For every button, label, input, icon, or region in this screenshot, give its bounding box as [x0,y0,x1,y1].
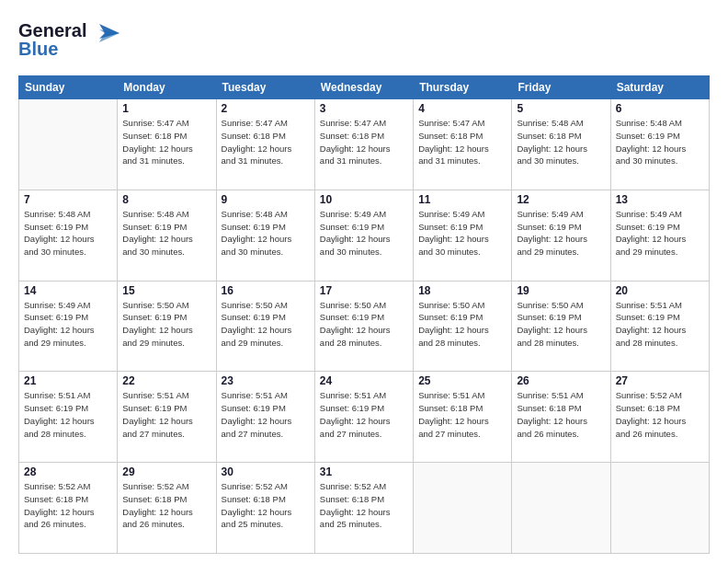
calendar-cell: 23Sunrise: 5:51 AMSunset: 6:19 PMDayligh… [216,372,314,463]
calendar-table: Sunday Monday Tuesday Wednesday Thursday… [18,75,710,554]
calendar-cell: 13Sunrise: 5:49 AMSunset: 6:19 PMDayligh… [610,190,709,281]
calendar-cell: 11Sunrise: 5:49 AMSunset: 6:19 PMDayligh… [414,190,512,281]
day-info: Sunrise: 5:49 AMSunset: 6:19 PMDaylight:… [616,208,704,259]
day-number: 22 [122,374,210,387]
day-info: Sunrise: 5:49 AMSunset: 6:19 PMDaylight:… [320,208,408,259]
day-number: 7 [24,193,112,206]
calendar-cell: 17Sunrise: 5:50 AMSunset: 6:19 PMDayligh… [314,281,413,372]
calendar-cell: 2Sunrise: 5:47 AMSunset: 6:18 PMDaylight… [216,99,314,190]
day-number: 31 [320,465,408,478]
col-thursday: Thursday [414,76,512,99]
day-number: 29 [122,465,210,478]
day-number: 20 [616,284,704,297]
calendar-cell: 29Sunrise: 5:52 AMSunset: 6:18 PMDayligh… [118,463,216,554]
day-number: 15 [122,284,210,297]
day-number: 11 [418,193,506,206]
header: General Blue [18,17,710,66]
day-number: 13 [616,193,704,206]
day-info: Sunrise: 5:51 AMSunset: 6:19 PMDaylight:… [122,389,210,440]
calendar-cell [610,463,709,554]
day-info: Sunrise: 5:47 AMSunset: 6:18 PMDaylight:… [122,117,210,167]
day-number: 30 [222,465,310,478]
calendar-cell: 3Sunrise: 5:47 AMSunset: 6:18 PMDaylight… [314,99,413,190]
calendar-cell: 30Sunrise: 5:52 AMSunset: 6:18 PMDayligh… [216,463,314,554]
calendar-cell: 14Sunrise: 5:49 AMSunset: 6:19 PMDayligh… [19,281,118,372]
col-monday: Monday [118,76,216,99]
day-number: 12 [517,193,605,206]
calendar-week-row: 1Sunrise: 5:47 AMSunset: 6:18 PMDaylight… [19,99,710,190]
calendar-cell: 10Sunrise: 5:49 AMSunset: 6:19 PMDayligh… [314,190,413,281]
day-number: 1 [122,102,210,115]
day-number: 14 [24,284,112,297]
day-info: Sunrise: 5:50 AMSunset: 6:19 PMDaylight:… [517,299,605,350]
day-info: Sunrise: 5:51 AMSunset: 6:19 PMDaylight:… [222,389,310,440]
calendar-cell: 12Sunrise: 5:49 AMSunset: 6:19 PMDayligh… [512,190,610,281]
day-number: 16 [222,284,310,297]
calendar-cell: 24Sunrise: 5:51 AMSunset: 6:19 PMDayligh… [314,372,413,463]
day-number: 25 [418,374,506,387]
day-number: 17 [320,284,408,297]
col-sunday: Sunday [19,76,118,99]
calendar-cell: 25Sunrise: 5:51 AMSunset: 6:18 PMDayligh… [414,372,512,463]
calendar-cell: 1Sunrise: 5:47 AMSunset: 6:18 PMDaylight… [118,99,216,190]
calendar-cell: 20Sunrise: 5:51 AMSunset: 6:19 PMDayligh… [610,281,709,372]
calendar-cell: 6Sunrise: 5:48 AMSunset: 6:19 PMDaylight… [610,99,709,190]
day-info: Sunrise: 5:51 AMSunset: 6:19 PMDaylight:… [320,389,408,440]
col-wednesday: Wednesday [314,76,413,99]
logo: General Blue [18,17,119,66]
day-number: 10 [320,193,408,206]
day-number: 2 [222,102,310,115]
day-number: 4 [418,102,506,115]
day-info: Sunrise: 5:52 AMSunset: 6:18 PMDaylight:… [222,480,310,531]
calendar-cell: 5Sunrise: 5:48 AMSunset: 6:18 PMDaylight… [512,99,610,190]
calendar-week-row: 28Sunrise: 5:52 AMSunset: 6:18 PMDayligh… [19,463,710,554]
day-info: Sunrise: 5:47 AMSunset: 6:18 PMDaylight:… [222,117,310,167]
calendar-cell: 15Sunrise: 5:50 AMSunset: 6:19 PMDayligh… [118,281,216,372]
col-tuesday: Tuesday [216,76,314,99]
day-info: Sunrise: 5:51 AMSunset: 6:19 PMDaylight:… [24,389,112,440]
day-info: Sunrise: 5:48 AMSunset: 6:19 PMDaylight:… [24,208,112,259]
col-saturday: Saturday [610,76,709,99]
svg-text:General: General [18,20,86,40]
calendar-cell: 19Sunrise: 5:50 AMSunset: 6:19 PMDayligh… [512,281,610,372]
day-info: Sunrise: 5:50 AMSunset: 6:19 PMDaylight:… [122,299,210,350]
day-info: Sunrise: 5:49 AMSunset: 6:19 PMDaylight:… [24,299,112,350]
day-number: 27 [616,374,704,387]
day-number: 8 [122,193,210,206]
calendar-week-row: 14Sunrise: 5:49 AMSunset: 6:19 PMDayligh… [19,281,710,372]
calendar-cell [19,99,118,190]
day-number: 28 [24,465,112,478]
day-number: 18 [418,284,506,297]
calendar-cell [414,463,512,554]
day-info: Sunrise: 5:50 AMSunset: 6:19 PMDaylight:… [418,299,506,350]
calendar-cell: 26Sunrise: 5:51 AMSunset: 6:18 PMDayligh… [512,372,610,463]
day-info: Sunrise: 5:52 AMSunset: 6:18 PMDaylight:… [320,480,408,531]
logo-text: General Blue [18,17,119,66]
calendar-header-row: Sunday Monday Tuesday Wednesday Thursday… [19,76,710,99]
day-info: Sunrise: 5:51 AMSunset: 6:19 PMDaylight:… [616,299,704,350]
day-info: Sunrise: 5:48 AMSunset: 6:18 PMDaylight:… [517,117,605,167]
calendar-cell: 9Sunrise: 5:48 AMSunset: 6:19 PMDaylight… [216,190,314,281]
day-info: Sunrise: 5:52 AMSunset: 6:18 PMDaylight:… [122,480,210,531]
calendar-cell: 18Sunrise: 5:50 AMSunset: 6:19 PMDayligh… [414,281,512,372]
calendar-week-row: 7Sunrise: 5:48 AMSunset: 6:19 PMDaylight… [19,190,710,281]
day-number: 21 [24,374,112,387]
calendar-cell: 8Sunrise: 5:48 AMSunset: 6:19 PMDaylight… [118,190,216,281]
day-number: 26 [517,374,605,387]
day-info: Sunrise: 5:49 AMSunset: 6:19 PMDaylight:… [418,208,506,259]
day-info: Sunrise: 5:51 AMSunset: 6:18 PMDaylight:… [517,389,605,440]
calendar-cell [512,463,610,554]
day-number: 23 [222,374,310,387]
col-friday: Friday [512,76,610,99]
calendar-cell: 22Sunrise: 5:51 AMSunset: 6:19 PMDayligh… [118,372,216,463]
day-info: Sunrise: 5:47 AMSunset: 6:18 PMDaylight:… [418,117,506,167]
day-info: Sunrise: 5:49 AMSunset: 6:19 PMDaylight:… [517,208,605,259]
day-number: 3 [320,102,408,115]
calendar-cell: 7Sunrise: 5:48 AMSunset: 6:19 PMDaylight… [19,190,118,281]
calendar-cell: 31Sunrise: 5:52 AMSunset: 6:18 PMDayligh… [314,463,413,554]
day-number: 9 [222,193,310,206]
day-info: Sunrise: 5:48 AMSunset: 6:19 PMDaylight:… [222,208,310,259]
calendar-cell: 4Sunrise: 5:47 AMSunset: 6:18 PMDaylight… [414,99,512,190]
day-number: 19 [517,284,605,297]
day-number: 6 [616,102,704,115]
